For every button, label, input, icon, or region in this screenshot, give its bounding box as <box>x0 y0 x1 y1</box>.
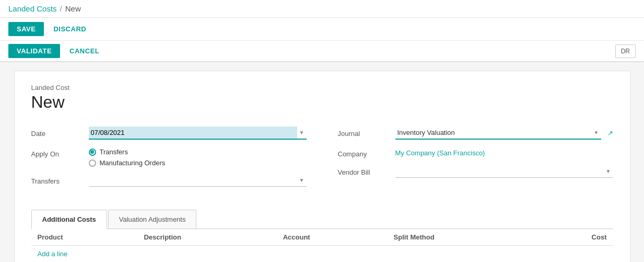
journal-value-wrapper: ▼ ↗ <box>395 127 613 140</box>
radio-manufacturing-circle[interactable] <box>89 160 96 167</box>
company-value[interactable]: My Company (San Francisco) <box>395 147 613 157</box>
radio-manufacturing[interactable]: Manufacturing Orders <box>89 159 307 167</box>
journal-label: Journal <box>338 127 395 138</box>
vendor-bill-dropdown-icon[interactable]: ▼ <box>604 167 613 175</box>
vendor-bill-field-row: Vendor Bill ▼ <box>338 165 613 178</box>
add-line-button[interactable]: Add a line <box>31 246 74 262</box>
add-line-row: Add a line <box>31 246 613 263</box>
save-button[interactable]: SAVE <box>8 22 44 36</box>
table-header-row: Product Description Account Split Method… <box>31 229 613 246</box>
breadcrumb-bar: Landed Costs / New <box>0 0 644 18</box>
form-card: Landed Cost New Date ▼ Apply On <box>14 71 630 262</box>
dr-button[interactable]: DR <box>615 44 636 58</box>
col-account: Account <box>277 229 388 246</box>
journal-input-wrapper: ▼ <box>395 127 601 140</box>
toolbar-row1: SAVE DISCARD <box>0 18 644 41</box>
tabs-bar: Additional Costs Valuation Adjustments <box>31 210 613 229</box>
transfers-dropdown-icon[interactable]: ▼ <box>297 176 307 184</box>
validate-button[interactable]: VALIDATE <box>8 44 60 58</box>
radio-manufacturing-label: Manufacturing Orders <box>100 159 166 167</box>
transfers-value-wrapper: ▼ <box>89 174 307 187</box>
table-header: Product Description Account Split Method… <box>31 229 613 246</box>
apply-on-field-row: Apply On Transfers Manufacturing Orders <box>31 147 307 167</box>
transfers-field-row: Transfers ▼ <box>31 174 307 187</box>
date-value-wrapper: ▼ <box>89 127 307 140</box>
radio-transfers-circle[interactable] <box>89 149 96 156</box>
date-input[interactable] <box>89 127 297 139</box>
col-cost: Cost <box>536 229 613 246</box>
vendor-bill-label: Vendor Bill <box>338 165 395 176</box>
col-split-method: Split Method <box>388 229 536 246</box>
vendor-bill-input-wrapper: ▼ <box>395 165 613 178</box>
apply-on-label: Apply On <box>31 147 89 158</box>
vendor-bill-value-wrapper: ▼ <box>395 165 613 178</box>
table-body: Add a line <box>31 246 613 263</box>
tab-valuation-adjustments[interactable]: Valuation Adjustments <box>108 210 197 229</box>
journal-external-link-icon[interactable]: ↗ <box>607 129 613 137</box>
breadcrumb-parent[interactable]: Landed Costs <box>8 4 57 13</box>
apply-on-options: Transfers Manufacturing Orders <box>89 147 307 167</box>
col-product: Product <box>31 229 138 246</box>
fields-grid: Date ▼ Apply On Transfers <box>31 127 613 197</box>
cancel-button[interactable]: CANCEL <box>65 44 103 58</box>
toolbar-row2: VALIDATE CANCEL DR <box>0 41 644 62</box>
left-fields: Date ▼ Apply On Transfers <box>31 127 307 197</box>
form-title: New <box>31 93 613 112</box>
add-line-cell: Add a line <box>31 246 613 263</box>
date-label: Date <box>31 127 89 138</box>
breadcrumb-separator: / <box>60 4 62 13</box>
company-label: Company <box>338 147 395 158</box>
transfers-input[interactable] <box>89 174 297 186</box>
tab-additional-costs[interactable]: Additional Costs <box>31 210 107 229</box>
journal-dropdown-icon[interactable]: ▼ <box>592 129 601 136</box>
radio-transfers-label: Transfers <box>100 148 128 156</box>
journal-input[interactable] <box>395 127 592 139</box>
right-fields: Journal ▼ ↗ Company My Company (San Fran… <box>338 127 613 197</box>
additional-costs-table: Product Description Account Split Method… <box>31 229 613 262</box>
breadcrumb-current: New <box>65 4 81 13</box>
transfers-input-wrapper: ▼ <box>89 174 307 187</box>
toolbar-right: DR <box>615 44 636 58</box>
discard-button[interactable]: DISCARD <box>49 22 90 36</box>
date-input-wrapper: ▼ <box>89 127 307 140</box>
col-description: Description <box>137 229 276 246</box>
date-field-row: Date ▼ <box>31 127 307 140</box>
vendor-bill-input[interactable] <box>395 165 604 177</box>
radio-transfers[interactable]: Transfers <box>89 148 307 156</box>
transfers-label: Transfers <box>31 174 89 185</box>
journal-field-row: Journal ▼ ↗ <box>338 127 613 140</box>
company-field-row: Company My Company (San Francisco) <box>338 147 613 158</box>
date-dropdown-icon[interactable]: ▼ <box>297 129 307 136</box>
company-value-wrapper: My Company (San Francisco) <box>395 147 613 157</box>
form-section-label: Landed Cost <box>31 84 613 92</box>
radio-group-apply-on: Transfers Manufacturing Orders <box>89 147 307 167</box>
